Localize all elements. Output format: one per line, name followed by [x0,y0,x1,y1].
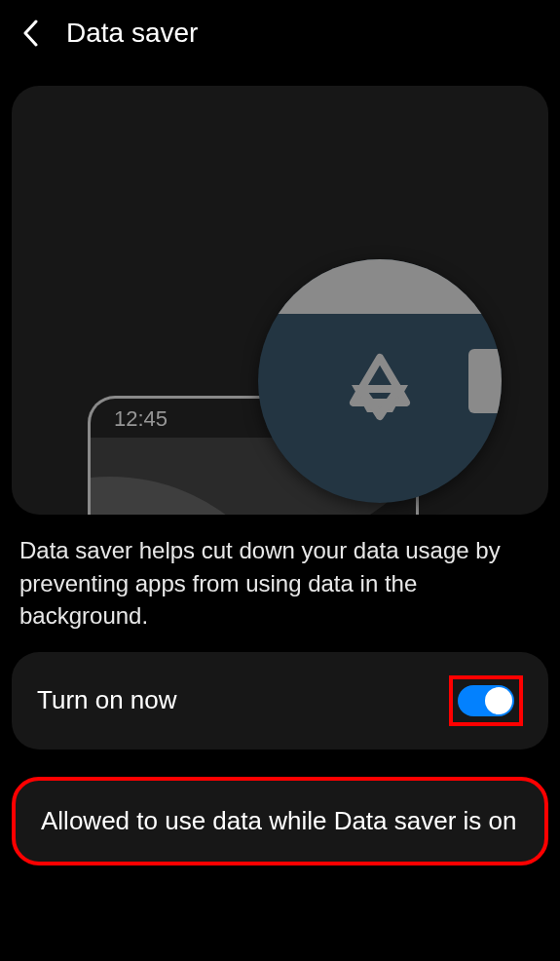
battery-icon [468,349,502,413]
page-title: Data saver [66,18,198,49]
toggle-highlight [449,675,523,726]
back-icon[interactable] [19,21,43,45]
toggle-thumb [485,687,512,714]
description-text: Data saver helps cut down your data usag… [19,534,541,633]
toggle-label: Turn on now [37,685,177,715]
toggle-card: Turn on now [12,652,548,750]
header: Data saver [0,0,560,66]
allowed-apps-label: Allowed to use data while Data saver is … [41,804,519,838]
allowed-apps-option[interactable]: Allowed to use data while Data saver is … [12,777,548,865]
illustration-card: 12:45 [12,86,548,515]
data-saver-icon [344,352,416,424]
turn-on-toggle[interactable] [458,685,514,716]
magnifier-circle [258,259,502,503]
